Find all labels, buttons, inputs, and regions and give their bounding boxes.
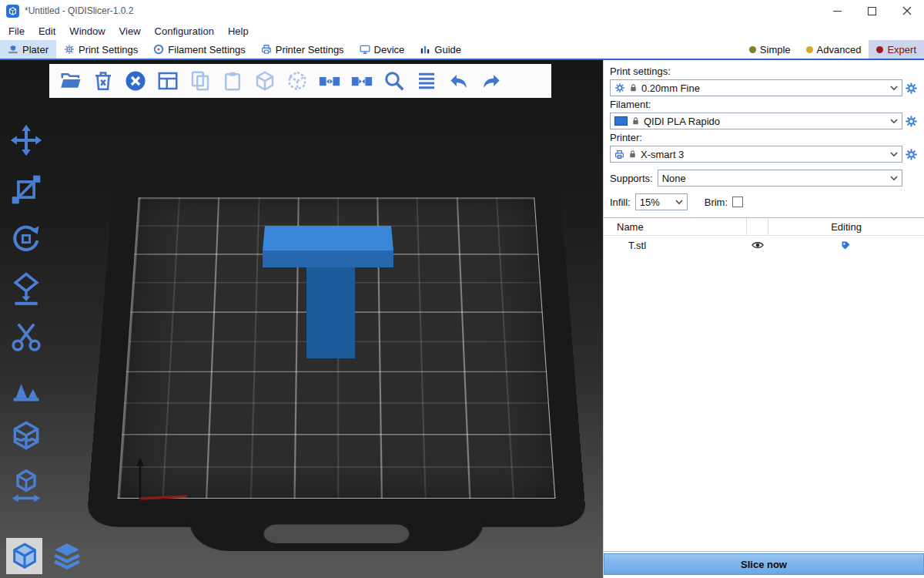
filament-label: Filament: [610, 99, 920, 110]
tab-print-settings[interactable]: Print Settings [56, 40, 146, 59]
lock-icon [631, 116, 640, 126]
arrange-button[interactable] [155, 69, 180, 94]
printer-row: X-smart 3 [610, 146, 920, 163]
gizmo-toolbar [8, 122, 44, 503]
menu-view[interactable]: View [112, 25, 148, 37]
place-on-face-tool-button[interactable] [8, 270, 44, 306]
undo-button[interactable] [446, 69, 471, 94]
infill-label: Infill: [610, 197, 631, 208]
expert-mode-dot [876, 46, 883, 53]
split-to-parts-button[interactable] [349, 69, 374, 94]
object-name: T.stl [604, 240, 747, 251]
viewport-toolbar [49, 64, 551, 98]
mode-expert[interactable]: Expert [869, 40, 924, 59]
supports-combo[interactable]: None [658, 170, 902, 187]
tab-label: Printer Settings [276, 44, 344, 55]
mode-switcher: Simple Advanced Expert [742, 40, 924, 59]
simple-mode-dot [749, 46, 756, 53]
viewport-3d[interactable] [0, 60, 603, 578]
menu-configuration[interactable]: Configuration [148, 25, 221, 37]
chevron-down-icon [890, 152, 898, 157]
redo-button[interactable] [478, 69, 504, 94]
cut-tool-button[interactable] [8, 319, 44, 355]
open-project-button[interactable] [58, 69, 83, 94]
tab-label: Device [374, 44, 405, 55]
maximize-button[interactable] [855, 0, 889, 22]
menu-help[interactable]: Help [221, 25, 256, 37]
tab-label: Filament Settings [168, 44, 245, 55]
tab-device[interactable]: Device [352, 40, 413, 59]
copy-button[interactable] [187, 69, 213, 94]
lock-icon [629, 83, 638, 92]
variable-layer-height-button[interactable] [413, 69, 439, 94]
print-settings-gear-button[interactable] [905, 82, 918, 95]
print-settings-combo[interactable]: 0.20mm Fine [610, 79, 902, 96]
tab-plater[interactable]: Plater [0, 40, 56, 59]
editing-icon[interactable] [768, 240, 924, 251]
delete-button[interactable] [90, 69, 116, 94]
print-bed [86, 183, 587, 527]
column-header-name: Name [604, 221, 746, 233]
printer-label: Printer: [610, 132, 920, 143]
tab-label: Plater [22, 44, 49, 55]
object-row[interactable]: T.stl [604, 236, 924, 254]
tab-printer-settings[interactable]: Printer Settings [253, 40, 352, 59]
seam-painting-tool-button[interactable] [8, 418, 44, 454]
infill-brim-row: Infill: 15% Brim: [610, 193, 920, 210]
advanced-mode-dot [806, 46, 813, 53]
menu-edit[interactable]: Edit [32, 25, 62, 37]
search-button[interactable] [381, 69, 407, 94]
paint-supports-tool-button[interactable] [8, 368, 44, 405]
measure-tool-button[interactable] [8, 467, 44, 503]
filament-gear-button[interactable] [905, 115, 918, 128]
tab-filament-settings[interactable]: Filament Settings [146, 40, 253, 59]
chevron-down-icon [890, 176, 898, 181]
menu-window[interactable]: Window [62, 25, 112, 37]
print-settings-icon [64, 44, 75, 55]
mode-label: Simple [760, 44, 791, 55]
printer-value: X-smart 3 [641, 149, 886, 160]
close-button[interactable] [889, 0, 924, 22]
printer-gear-button[interactable] [905, 148, 918, 161]
app-logo-icon [6, 5, 19, 18]
minimize-button[interactable] [820, 0, 855, 22]
sidebar: Print settings: 0.20mm Fine Filament: [603, 60, 924, 578]
supports-value: None [662, 173, 886, 184]
printer-settings-icon [261, 44, 272, 55]
visibility-eye-icon[interactable] [747, 240, 768, 250]
supports-row: Supports: None [610, 170, 920, 187]
editor-view-button[interactable] [6, 538, 42, 574]
split-to-objects-button[interactable] [316, 69, 342, 94]
supports-label: Supports: [610, 173, 653, 184]
tab-guide[interactable]: Guide [412, 40, 469, 59]
chevron-down-icon [890, 119, 898, 124]
column-divider [746, 218, 747, 235]
main-area: Print settings: 0.20mm Fine Filament: [0, 60, 924, 578]
scale-tool-button[interactable] [8, 171, 44, 207]
gear-icon [614, 82, 625, 93]
slice-button-wrap: Slice now [604, 552, 924, 578]
filament-combo[interactable]: QIDI PLA Rapido [610, 113, 902, 129]
delete-all-button[interactable] [122, 69, 148, 94]
infill-combo[interactable]: 15% [635, 193, 688, 210]
object-list-header: Name Editing [604, 218, 924, 236]
mode-label: Expert [887, 44, 916, 55]
filament-color-swatch [614, 116, 628, 126]
rotate-tool-button[interactable] [8, 220, 44, 257]
mode-label: Advanced [817, 44, 862, 55]
mode-simple[interactable]: Simple [742, 40, 798, 59]
printer-combo[interactable]: X-smart 3 [610, 146, 902, 163]
object-list: Name Editing T.stl [604, 217, 924, 552]
tabbar: Plater Print Settings Filament Settings … [0, 40, 924, 60]
chevron-down-icon [675, 200, 683, 205]
menu-file[interactable]: File [2, 25, 32, 37]
move-tool-button[interactable] [8, 122, 44, 158]
mode-advanced[interactable]: Advanced [798, 40, 869, 59]
add-instance-button[interactable] [252, 69, 277, 94]
preview-view-button[interactable] [49, 538, 85, 574]
remove-instance-button[interactable] [284, 69, 310, 94]
slice-now-button[interactable]: Slice now [604, 553, 924, 575]
brim-checkbox[interactable] [732, 197, 743, 207]
paste-button[interactable] [219, 69, 245, 94]
device-icon [360, 44, 370, 55]
